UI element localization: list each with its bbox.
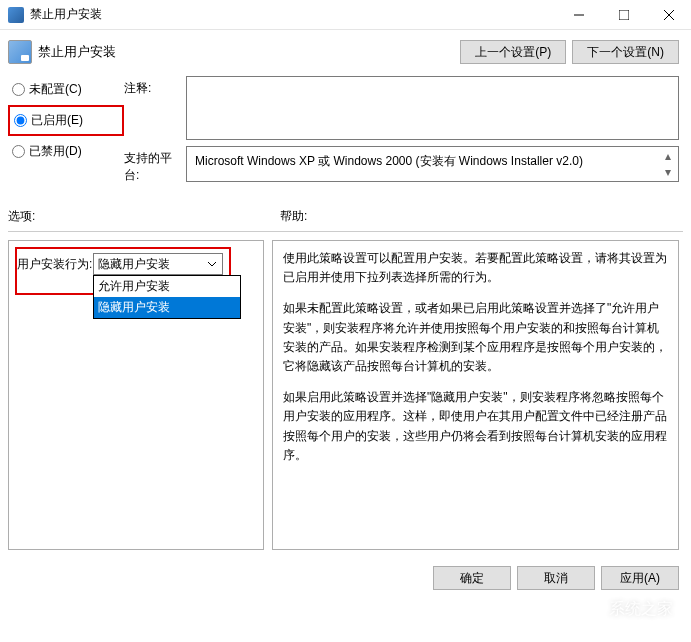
- dropdown-item-allow[interactable]: 允许用户安装: [94, 276, 240, 297]
- watermark: 系统之家: [573, 594, 673, 624]
- policy-title: 禁止用户安装: [38, 43, 454, 61]
- options-label: 选项:: [8, 208, 280, 225]
- help-label: 帮助:: [280, 208, 307, 225]
- behavior-row: 用户安装行为: 隐藏用户安装 允许用户安装 隐藏用户安装: [17, 253, 223, 275]
- radio-disabled[interactable]: 已禁用(D): [8, 138, 124, 165]
- behavior-label: 用户安装行为:: [17, 253, 93, 273]
- minimize-button[interactable]: [556, 0, 601, 30]
- radio-enabled[interactable]: 已启用(E): [8, 105, 124, 136]
- radio-disabled-input[interactable]: [12, 145, 25, 158]
- options-panel: 用户安装行为: 隐藏用户安装 允许用户安装 隐藏用户安装: [8, 240, 264, 550]
- help-paragraph-1: 使用此策略设置可以配置用户安装。若要配置此策略设置，请将其设置为已启用并使用下拉…: [283, 249, 668, 287]
- titlebar: 禁止用户安装: [0, 0, 691, 30]
- help-panel: 使用此策略设置可以配置用户安装。若要配置此策略设置，请将其设置为已启用并使用下拉…: [272, 240, 679, 550]
- watermark-icon: [573, 594, 603, 624]
- platform-box: Microsoft Windows XP 或 Windows 2000 (安装有…: [186, 146, 679, 182]
- radio-enabled-label: 已启用(E): [31, 112, 83, 129]
- highlighted-option: 用户安装行为: 隐藏用户安装 允许用户安装 隐藏用户安装: [15, 247, 231, 295]
- close-button[interactable]: [646, 0, 691, 30]
- ok-button[interactable]: 确定: [433, 566, 511, 590]
- button-row: 确定 取消 应用(A): [0, 558, 691, 598]
- radio-not-configured-label: 未配置(C): [29, 81, 82, 98]
- platform-label: 支持的平台:: [124, 146, 186, 184]
- radio-disabled-label: 已禁用(D): [29, 143, 82, 160]
- main-section: 用户安装行为: 隐藏用户安装 允许用户安装 隐藏用户安装 使用此策略设置可以配: [0, 232, 691, 558]
- comment-textarea[interactable]: [186, 76, 679, 140]
- dropdown-item-hide[interactable]: 隐藏用户安装: [94, 297, 240, 318]
- help-paragraph-3: 如果启用此策略设置并选择"隐藏用户安装"，则安装程序将忽略按照每个用户安装的应用…: [283, 388, 668, 465]
- behavior-combobox[interactable]: 隐藏用户安装: [93, 253, 223, 275]
- radio-enabled-input[interactable]: [14, 114, 27, 127]
- comment-row: 注释:: [124, 76, 679, 140]
- window-controls: [556, 0, 691, 30]
- svg-rect-1: [619, 10, 629, 20]
- window-title: 禁止用户安装: [30, 6, 556, 23]
- next-setting-button[interactable]: 下一个设置(N): [572, 40, 679, 64]
- behavior-combo-value: 隐藏用户安装: [98, 256, 170, 273]
- watermark-text: 系统之家: [609, 599, 673, 620]
- scroll-up-icon[interactable]: ▴: [660, 148, 676, 164]
- policy-icon: [8, 40, 32, 64]
- maximize-button[interactable]: [601, 0, 646, 30]
- meta-column: 注释: 支持的平台: Microsoft Windows XP 或 Window…: [124, 76, 679, 190]
- behavior-combo-wrap: 隐藏用户安装 允许用户安装 隐藏用户安装: [93, 253, 223, 275]
- comment-label: 注释:: [124, 76, 186, 140]
- top-section: 未配置(C) 已启用(E) 已禁用(D) 注释: 支持的平台: Microsof…: [0, 72, 691, 194]
- platform-text: Microsoft Windows XP 或 Windows 2000 (安装有…: [195, 154, 583, 168]
- apply-button[interactable]: 应用(A): [601, 566, 679, 590]
- scroll-down-icon[interactable]: ▾: [660, 164, 676, 180]
- radio-not-configured[interactable]: 未配置(C): [8, 76, 124, 103]
- help-paragraph-2: 如果未配置此策略设置，或者如果已启用此策略设置并选择了"允许用户安装"，则安装程…: [283, 299, 668, 376]
- header-row: 禁止用户安装 上一个设置(P) 下一个设置(N): [0, 30, 691, 72]
- prev-setting-button[interactable]: 上一个设置(P): [460, 40, 566, 64]
- chevron-down-icon: [205, 257, 219, 271]
- radio-column: 未配置(C) 已启用(E) 已禁用(D): [8, 76, 124, 190]
- behavior-dropdown: 允许用户安装 隐藏用户安装: [93, 275, 241, 319]
- cancel-button[interactable]: 取消: [517, 566, 595, 590]
- section-labels-row: 选项: 帮助:: [0, 194, 691, 231]
- app-icon: [8, 7, 24, 23]
- radio-not-configured-input[interactable]: [12, 83, 25, 96]
- platform-row: 支持的平台: Microsoft Windows XP 或 Windows 20…: [124, 146, 679, 184]
